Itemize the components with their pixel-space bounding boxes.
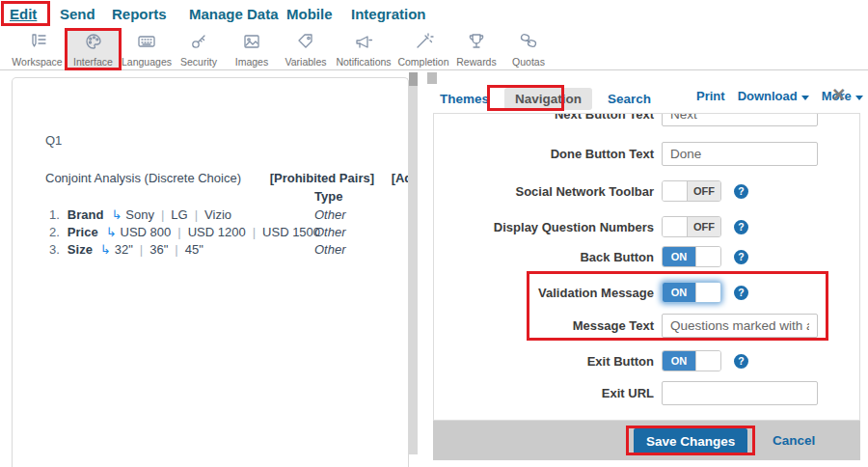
- help-icon[interactable]: ?: [734, 286, 748, 300]
- field-label: Back Button: [434, 250, 662, 264]
- top-nav: Edit Send Reports Manage Data Mobile Int…: [0, 0, 868, 27]
- validation-message-toggle[interactable]: ON: [662, 282, 721, 303]
- field-label: Done Button Text: [434, 147, 662, 161]
- back-button-toggle[interactable]: ON: [662, 246, 721, 267]
- field-label: Exit Button: [434, 354, 662, 369]
- field-label: Validation Message: [434, 286, 662, 300]
- level-option[interactable]: 32": [115, 242, 133, 257]
- tab-navigation[interactable]: Navigation: [504, 88, 592, 110]
- tab-themes[interactable]: Themes: [440, 92, 489, 106]
- attribute-name[interactable]: Size: [68, 242, 93, 257]
- field-label: Next Button Text: [434, 113, 662, 122]
- level-option[interactable]: USD 800: [121, 225, 172, 239]
- level-option[interactable]: 45": [185, 242, 203, 257]
- form-row-display-question-numbers: Display Question Numbers OFF ?: [434, 214, 859, 239]
- toolbar-item-interface[interactable]: Interface: [67, 29, 120, 69]
- attribute-type: Other: [314, 207, 346, 222]
- edit-toolbar: Workspace Interface Languages Security I…: [0, 27, 868, 70]
- level-arrow-icon: ↳: [100, 242, 111, 257]
- chevron-down-icon: [801, 96, 809, 100]
- question-id: Q1: [45, 133, 62, 148]
- conjoint-header: Conjoint Analysis (Discrete Choice) [Pro…: [45, 171, 409, 185]
- form-row-exit-button: Exit Button ON ?: [434, 348, 859, 373]
- nav-edit[interactable]: Edit: [10, 6, 37, 22]
- toolbar-item-quotas[interactable]: Quotas: [503, 29, 554, 69]
- display-question-numbers-toggle[interactable]: OFF: [662, 216, 721, 237]
- download-dropdown[interactable]: Download: [738, 89, 809, 103]
- chevron-down-icon: [855, 96, 863, 100]
- print-link[interactable]: Print: [696, 89, 725, 103]
- panel-scrollbar-thumb[interactable]: [409, 72, 418, 86]
- field-label: Exit URL: [434, 386, 662, 400]
- help-icon[interactable]: ?: [734, 250, 748, 264]
- nav-mobile[interactable]: Mobile: [286, 6, 333, 22]
- social-network-toolbar-toggle[interactable]: OFF: [662, 180, 721, 202]
- level-option[interactable]: Sony: [125, 207, 154, 222]
- toolbar-item-notifications[interactable]: Notifications: [334, 29, 393, 69]
- form-row-social-network-toolbar: Social Network Toolbar OFF ?: [434, 179, 859, 204]
- field-label: Social Network Toolbar: [434, 184, 662, 199]
- navigation-settings-form: Next Button Text Done Button Text Social…: [433, 113, 860, 421]
- level-option[interactable]: LG: [171, 207, 187, 222]
- attribute-type: Other: [314, 225, 346, 239]
- message-text-input[interactable]: [662, 314, 818, 338]
- toolbar-item-images[interactable]: Images: [228, 29, 276, 69]
- toolbar-item-variables[interactable]: Variables: [280, 29, 332, 69]
- nav-send[interactable]: Send: [60, 6, 95, 22]
- field-label: Display Question Numbers: [434, 220, 662, 234]
- attribute-type: Other: [314, 242, 346, 257]
- form-row-validation-message: Validation Message ON ?: [434, 280, 859, 305]
- settings-scrollbar-thumb[interactable]: [427, 72, 437, 84]
- attribute-row-brand: 1.Brand↳Sony|LG|Vizio Other: [49, 207, 406, 222]
- next-button-text-input[interactable]: [662, 113, 818, 126]
- add-fixed-tasks-link[interactable]: [Add Fixed Tasks: [392, 171, 409, 185]
- attribute-row-price: 2.Price↳USD 800|USD 1200|USD 1500 Other: [49, 225, 406, 239]
- trophy-icon: [466, 31, 487, 56]
- form-row-done-button-text: Done Button Text: [434, 141, 859, 166]
- form-row-back-button: Back Button ON ?: [434, 244, 859, 269]
- toolbar-item-security[interactable]: Security: [174, 29, 224, 69]
- help-icon[interactable]: ?: [734, 220, 748, 234]
- form-footer: Save Changes Cancel: [433, 421, 860, 460]
- panel-scrollbar-track[interactable]: [409, 72, 418, 454]
- close-icon[interactable]: ×: [832, 82, 845, 108]
- form-row-exit-url: Exit URL: [434, 380, 859, 405]
- survey-preview-panel: Q1 Conjoint Analysis (Discrete Choice) […: [12, 77, 409, 467]
- level-option[interactable]: 36": [149, 242, 168, 257]
- cancel-link[interactable]: Cancel: [773, 433, 815, 448]
- form-row-message-text: Message Text: [434, 313, 859, 338]
- done-button-text-input[interactable]: [662, 142, 818, 166]
- nav-manage-data[interactable]: Manage Data: [189, 6, 279, 22]
- form-row-next-button-text: Next Button Text: [434, 113, 859, 126]
- wand-icon: [413, 31, 434, 56]
- exit-url-input[interactable]: [662, 381, 818, 405]
- toolbar-item-languages[interactable]: Languages: [120, 29, 174, 69]
- tab-search[interactable]: Search: [608, 92, 651, 106]
- settings-tabs: Themes Navigation Search: [440, 88, 651, 110]
- toolbar-item-rewards[interactable]: Rewards: [451, 29, 502, 69]
- attribute-name[interactable]: Price: [68, 225, 98, 239]
- question-type-title: Conjoint Analysis (Discrete Choice): [45, 171, 241, 185]
- attribute-name[interactable]: Brand: [68, 207, 104, 222]
- chain-icon: [518, 31, 539, 56]
- attribute-row-size: 3.Size↳32"|36"|45" Other: [49, 242, 406, 257]
- level-option[interactable]: USD 1500: [262, 225, 320, 239]
- nav-reports[interactable]: Reports: [112, 6, 167, 22]
- level-arrow-icon: ↳: [106, 225, 117, 239]
- toolbar-item-workspace[interactable]: Workspace: [10, 29, 65, 69]
- palette-icon: [83, 31, 104, 56]
- help-icon[interactable]: ?: [734, 354, 748, 369]
- level-option[interactable]: USD 1200: [188, 225, 246, 239]
- nav-integration[interactable]: Integration: [351, 6, 426, 22]
- tag-icon: [295, 31, 316, 56]
- level-option[interactable]: Vizio: [204, 207, 231, 222]
- image-icon: [241, 31, 262, 56]
- exit-button-toggle[interactable]: ON: [662, 350, 721, 371]
- prohibited-pairs-link[interactable]: [Prohibited Pairs]: [270, 171, 374, 185]
- workspace-icon: [27, 31, 48, 56]
- keyboard-icon: [136, 31, 157, 56]
- toolbar-item-completion[interactable]: Completion: [395, 29, 451, 69]
- type-column-header: Type: [314, 189, 342, 204]
- save-changes-button[interactable]: Save Changes: [634, 428, 747, 454]
- help-icon[interactable]: ?: [734, 184, 748, 199]
